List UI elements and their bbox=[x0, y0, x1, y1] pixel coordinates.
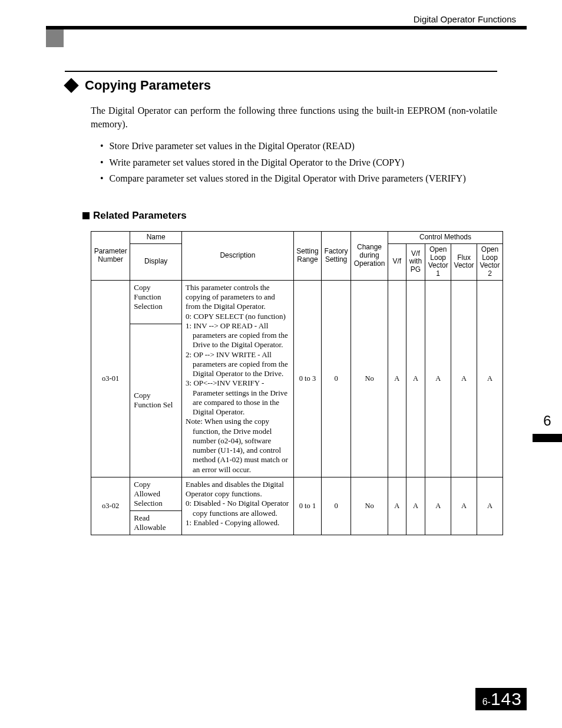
th-setting-range: Setting Range bbox=[293, 231, 321, 280]
desc-line: 3: OP<-->INV VERIFY - Parameter settings… bbox=[186, 378, 290, 417]
cell-description: This parameter controls the copying of p… bbox=[182, 280, 294, 477]
bullet-item: Compare parameter set values stored in t… bbox=[100, 170, 497, 186]
running-header: Digital Operator Functions bbox=[414, 14, 516, 24]
page: Digital Operator Functions Copying Param… bbox=[0, 0, 562, 728]
desc-line: 2: OP --> INV WRITE - All parameters are… bbox=[186, 350, 290, 379]
desc-line: Enables and disables the Digital Operato… bbox=[186, 480, 290, 499]
cell-change: No bbox=[351, 280, 388, 477]
bullet-item: Write parameter set values stored in the… bbox=[100, 154, 497, 170]
cell-vfpg: A bbox=[406, 280, 425, 477]
cell-olv2: A bbox=[477, 280, 503, 477]
th-name: Name bbox=[130, 231, 182, 243]
cell-factory: 0 bbox=[322, 477, 351, 535]
footer-page: 143 bbox=[491, 689, 522, 709]
cell-vfpg: A bbox=[406, 477, 425, 535]
cell-display: Read Allowable bbox=[130, 510, 182, 535]
th-vf: V/f bbox=[388, 243, 406, 280]
table-row: o3-02 Copy Allowed Selection Enables and… bbox=[91, 477, 503, 510]
subsection-heading: Related Parameters bbox=[82, 210, 497, 222]
th-factory-setting: Factory Setting bbox=[322, 231, 351, 280]
desc-line: This parameter controls the copying of p… bbox=[186, 283, 290, 312]
cell-setting: 0 to 3 bbox=[293, 280, 321, 477]
th-control-methods: Control Methods bbox=[388, 231, 503, 243]
desc-line: 1: Enabled - Copying allowed. bbox=[186, 518, 290, 528]
cell-flux: A bbox=[451, 477, 477, 535]
bullet-list: Store Drive parameter set values in the … bbox=[100, 138, 497, 186]
cell-olv1: A bbox=[425, 280, 451, 477]
content-area: Copying Parameters The Digital Operator … bbox=[65, 71, 497, 535]
cell-vf: A bbox=[388, 280, 406, 477]
diamond-icon bbox=[64, 78, 78, 93]
page-footer: 6-143 bbox=[475, 688, 527, 710]
cell-flux: A bbox=[451, 280, 477, 477]
square-icon bbox=[82, 212, 90, 219]
parameters-table: Parameter Number Name Description Settin… bbox=[91, 231, 503, 535]
intro-paragraph: The Digital Operator can perform the fol… bbox=[91, 104, 497, 131]
tab-bar bbox=[533, 434, 562, 442]
section-heading: Copying Parameters bbox=[65, 78, 497, 93]
cell-vf: A bbox=[388, 477, 406, 535]
cell-description: Enables and disables the Digital Operato… bbox=[182, 477, 294, 535]
subsection-title: Related Parameters bbox=[93, 210, 187, 222]
table-row: o3-01 Copy Function Selection This param… bbox=[91, 280, 503, 324]
bullet-item: Store Drive parameter set values in the … bbox=[100, 138, 497, 154]
th-vf-pg: V/f with PG bbox=[406, 243, 425, 280]
header-stub bbox=[46, 29, 64, 47]
chapter-number: 6 bbox=[533, 413, 562, 429]
desc-line: 0: COPY SELECT (no function) bbox=[186, 312, 290, 321]
cell-display: Copy Function Sel bbox=[130, 324, 182, 477]
th-display: Display bbox=[130, 243, 182, 280]
th-olv2: Open Loop Vector 2 bbox=[477, 243, 503, 280]
th-change-during-op: Change during Operation bbox=[351, 231, 388, 280]
cell-setting: 0 to 1 bbox=[293, 477, 321, 535]
header-rule bbox=[46, 26, 527, 29]
cell-name: Copy Function Selection bbox=[130, 280, 182, 324]
cell-param: o3-01 bbox=[91, 280, 130, 477]
th-parameter-number: Parameter Number bbox=[91, 231, 130, 280]
desc-line: Note: When using the copy function, the … bbox=[186, 417, 290, 475]
cell-factory: 0 bbox=[322, 280, 351, 477]
cell-change: No bbox=[351, 477, 388, 535]
cell-olv1: A bbox=[425, 477, 451, 535]
section-title: Copying Parameters bbox=[85, 78, 211, 93]
cell-param: o3-02 bbox=[91, 477, 130, 535]
side-tab: 6 bbox=[533, 413, 562, 442]
section-rule bbox=[65, 71, 497, 72]
table-body: o3-01 Copy Function Selection This param… bbox=[91, 280, 503, 535]
desc-line: 0: Disabled - No Digital Operator copy f… bbox=[186, 499, 290, 518]
th-olv1: Open Loop Vector 1 bbox=[425, 243, 451, 280]
th-description: Description bbox=[182, 231, 294, 280]
table-head: Parameter Number Name Description Settin… bbox=[91, 231, 503, 280]
th-flux: Flux Vector bbox=[451, 243, 477, 280]
footer-prefix: 6- bbox=[482, 697, 491, 707]
cell-olv2: A bbox=[477, 477, 503, 535]
desc-line: 1: INV --> OP READ - All parameters are … bbox=[186, 321, 290, 350]
cell-name: Copy Allowed Selection bbox=[130, 477, 182, 510]
